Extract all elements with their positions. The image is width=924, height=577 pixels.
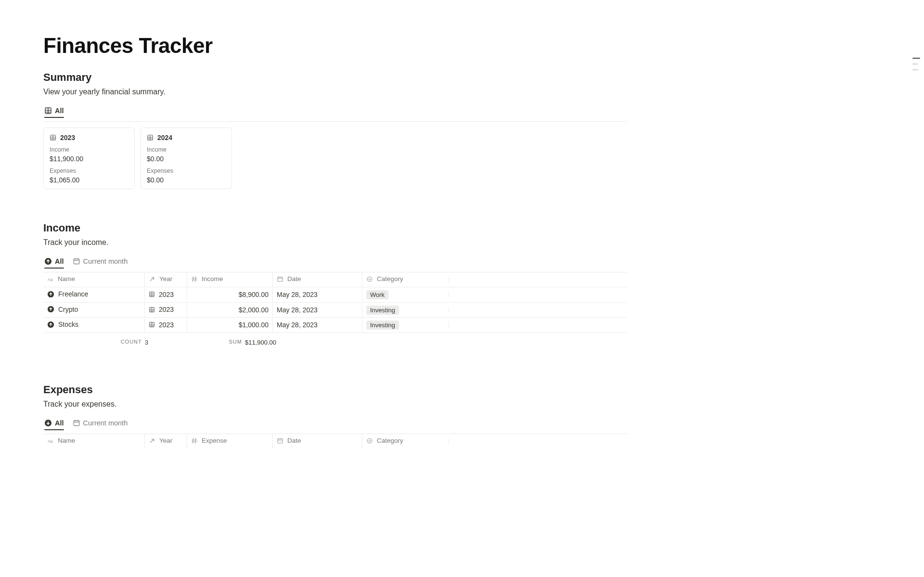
table-icon bbox=[149, 307, 155, 313]
expenses-view-tabs: All Current month bbox=[43, 417, 627, 434]
income-table-header: Aa Name Year Income Date Category bbox=[43, 272, 627, 287]
cell-name: Stocks bbox=[58, 321, 78, 328]
tab-expenses-current-month-label: Current month bbox=[83, 419, 128, 427]
count-label: count bbox=[121, 339, 142, 346]
tab-expenses-all-label: All bbox=[55, 419, 64, 427]
income-aggregates: count 3 sum $11,900.00 bbox=[43, 333, 627, 351]
outline-marker bbox=[912, 58, 920, 59]
tab-expenses-current-month[interactable]: Current month bbox=[73, 419, 128, 430]
col-year-label: Year bbox=[159, 275, 172, 282]
tab-income-all[interactable]: All bbox=[44, 257, 64, 268]
summary-card-income-label: Income bbox=[147, 146, 226, 153]
col-date-label: Date bbox=[287, 275, 301, 282]
select-icon bbox=[366, 276, 373, 282]
sum-value: $11,900.00 bbox=[245, 339, 276, 346]
cell-amount: $8,900.00 bbox=[239, 291, 269, 298]
summary-card-income-value: $0.00 bbox=[147, 155, 226, 163]
summary-card-expenses-value: $1,065.00 bbox=[50, 176, 128, 184]
cell-name: Crypto bbox=[58, 306, 78, 313]
table-row[interactable]: Freelance 2023 $8,900.00 May 28, 2023 Wo… bbox=[43, 287, 627, 303]
income-view-tabs: All Current month bbox=[43, 256, 627, 272]
summary-heading: Summary bbox=[43, 71, 627, 84]
col-income-label: Income bbox=[202, 275, 223, 282]
tab-income-current-month-label: Current month bbox=[83, 257, 128, 265]
calendar-icon bbox=[277, 437, 283, 444]
summary-card-2023[interactable]: 2023 Income $11,900.00 Expenses $1,065.0… bbox=[43, 128, 135, 189]
income-description: Track your income. bbox=[43, 238, 627, 247]
col-category-label: Category bbox=[377, 275, 403, 282]
expenses-description: Track your expenses. bbox=[43, 400, 627, 409]
calendar-icon bbox=[73, 419, 80, 427]
hash-icon bbox=[191, 437, 198, 444]
expenses-table: Aa Name Year Expense Date Category bbox=[43, 434, 627, 449]
col-expense-label: Expense bbox=[202, 437, 227, 444]
svg-text:Aa: Aa bbox=[48, 277, 53, 282]
arrow-up-circle-icon bbox=[44, 257, 52, 265]
cell-date: May 28, 2023 bbox=[277, 291, 318, 298]
count-value: 3 bbox=[145, 339, 148, 346]
arrow-up-circle-icon bbox=[47, 291, 54, 298]
cell-year: 2023 bbox=[159, 291, 174, 298]
cell-date: May 28, 2023 bbox=[277, 321, 318, 329]
summary-card-year: 2023 bbox=[60, 134, 75, 141]
sum-label: sum bbox=[229, 339, 242, 346]
summary-card-2024[interactable]: 2024 Income $0.00 Expenses $0.00 bbox=[141, 128, 232, 189]
page-outline[interactable] bbox=[912, 58, 920, 70]
summary-view-tabs: All bbox=[43, 105, 627, 122]
category-chip: Work bbox=[366, 290, 388, 299]
col-name-label: Name bbox=[58, 275, 75, 282]
svg-point-44 bbox=[367, 438, 372, 443]
arrow-out-icon bbox=[149, 276, 155, 282]
svg-rect-42 bbox=[278, 438, 282, 443]
hash-icon bbox=[191, 276, 198, 282]
expenses-table-header: Aa Name Year Expense Date Category bbox=[43, 434, 627, 449]
select-icon bbox=[366, 437, 373, 444]
table-row[interactable]: Stocks 2023 $1,000.00 May 28, 2023 Inves… bbox=[43, 318, 627, 333]
calendar-icon bbox=[73, 257, 80, 265]
category-chip: Investing bbox=[366, 306, 399, 315]
tab-summary-all-label: All bbox=[55, 107, 64, 115]
tab-income-current-month[interactable]: Current month bbox=[73, 257, 128, 268]
income-table: Aa Name Year Income Date Category bbox=[43, 272, 627, 333]
outline-marker bbox=[912, 64, 918, 64]
col-category-label: Category bbox=[377, 437, 403, 444]
table-icon bbox=[50, 134, 56, 141]
summary-cards: 2023 Income $11,900.00 Expenses $1,065.0… bbox=[43, 128, 627, 189]
summary-card-income-label: Income bbox=[50, 146, 128, 153]
cell-amount: $1,000.00 bbox=[239, 321, 269, 329]
svg-rect-37 bbox=[74, 421, 79, 426]
cell-date: May 28, 2023 bbox=[277, 306, 318, 314]
table-icon bbox=[149, 291, 155, 297]
summary-description: View your yearly financial summary. bbox=[43, 88, 627, 96]
summary-card-expenses-value: $0.00 bbox=[147, 176, 226, 184]
category-chip: Investing bbox=[366, 321, 399, 330]
arrow-out-icon bbox=[149, 437, 155, 444]
expenses-heading: Expenses bbox=[43, 384, 627, 396]
col-name-label: Name bbox=[58, 437, 75, 444]
cell-amount: $2,000.00 bbox=[239, 306, 269, 314]
col-date-label: Date bbox=[287, 437, 301, 444]
svg-point-20 bbox=[367, 277, 372, 282]
arrow-down-circle-icon bbox=[44, 419, 52, 427]
summary-card-year: 2024 bbox=[157, 134, 172, 141]
text-type-icon: Aa bbox=[47, 276, 54, 282]
summary-card-income-value: $11,900.00 bbox=[50, 155, 128, 163]
tab-income-all-label: All bbox=[55, 257, 64, 265]
text-type-icon: Aa bbox=[47, 437, 54, 444]
income-heading: Income bbox=[43, 222, 627, 234]
page-title: Finances Tracker bbox=[43, 34, 627, 58]
svg-text:Aa: Aa bbox=[48, 438, 53, 443]
table-icon bbox=[44, 107, 52, 115]
calendar-icon bbox=[277, 276, 283, 282]
summary-card-expenses-label: Expenses bbox=[147, 167, 226, 174]
tab-expenses-all[interactable]: All bbox=[44, 419, 64, 430]
cell-year: 2023 bbox=[159, 321, 174, 329]
table-row[interactable]: Crypto 2023 $2,000.00 May 28, 2023 Inves… bbox=[43, 303, 627, 318]
svg-rect-18 bbox=[278, 277, 282, 281]
table-icon bbox=[149, 321, 155, 328]
cell-year: 2023 bbox=[159, 306, 174, 313]
cell-name: Freelance bbox=[58, 290, 88, 298]
tab-summary-all[interactable]: All bbox=[44, 107, 64, 117]
svg-rect-13 bbox=[74, 259, 79, 264]
table-icon bbox=[147, 134, 154, 141]
